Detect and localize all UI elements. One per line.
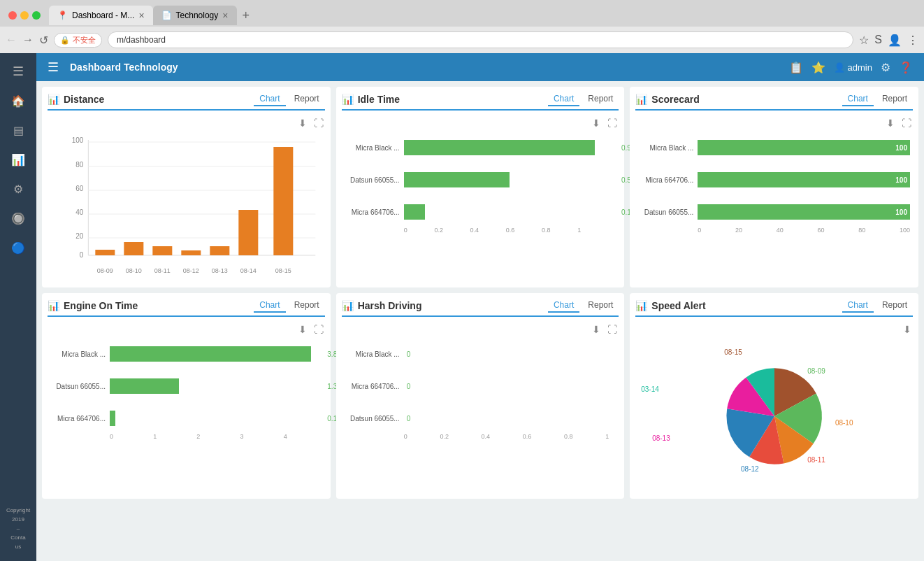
engine-bar-3 [110, 411, 115, 426]
reload-button[interactable]: ↺ [39, 34, 48, 47]
security-badge: 🔒 不安全 [54, 33, 102, 48]
sidebar-icon-circle2[interactable]: 🔵 [6, 235, 31, 260]
forward-button[interactable]: → [22, 34, 34, 46]
scorecard-tab-chart[interactable]: Chart [842, 92, 874, 106]
svg-text:08-12: 08-12 [183, 267, 199, 274]
engine-chart-actions: Chart Report [254, 299, 324, 313]
scorecard-label-2: Micra 664706... [638, 176, 698, 184]
sidebar-icon-menu[interactable]: ☰ [6, 59, 31, 84]
minimize-window-btn[interactable] [20, 11, 29, 20]
harsh-tab-report[interactable]: Report [582, 299, 619, 313]
header-help-icon[interactable]: ❓ [899, 61, 913, 74]
app-header: ☰ Dashboard Technology 📋 ⭐ 👤 admin ⚙ ❓ [36, 53, 924, 81]
scorecard-bar-1 [698, 140, 910, 155]
header-copy-icon[interactable]: 📋 [789, 61, 803, 74]
browser-tabs: 📍 Dashboard - M... × 📄 Technology × + [0, 0, 924, 27]
scorecard-bars: Micra Black ... 100 Micra 664706... [635, 133, 913, 234]
engine-tab-chart[interactable]: Chart [254, 299, 285, 313]
harsh-download-icon[interactable]: ⬇ [591, 322, 602, 336]
speed-chart-body: ⬇ [635, 322, 913, 493]
harsh-tab-chart[interactable]: Chart [548, 299, 579, 313]
header-settings-icon[interactable]: ⚙ [881, 61, 890, 74]
hamburger-icon[interactable]: ☰ [48, 59, 59, 75]
browser-toolbar: ☆ S 👤 ⋮ [859, 34, 918, 47]
browser-address-bar: ← → ↺ 🔒 不安全 m/dashboard ☆ S 👤 ⋮ [0, 27, 924, 53]
new-tab-button[interactable]: + [243, 8, 250, 23]
harsh-bars: Micra Black ... 0 Micra 664706... [342, 339, 619, 440]
sidebar-icon-circle1[interactable]: 🔘 [6, 206, 31, 231]
sidebar: ☰ 🏠 ▤ 📊 ⚙ 🔘 🔵 Copyright 2019 – Conta us [0, 53, 36, 561]
bar-0814 [238, 210, 258, 255]
speed-chart-title: Speed Alert [651, 300, 705, 311]
tab-close-technology[interactable]: × [222, 10, 228, 21]
harsh-driving-chart-header: 📊 Harsh Driving Chart Report [342, 299, 619, 317]
distance-expand-icon[interactable]: ⛶ [312, 116, 325, 130]
menu-icon[interactable]: ⋮ [907, 34, 918, 47]
bar-0812 [181, 250, 201, 255]
tab-technology[interactable]: 📄 Technology × [153, 6, 237, 25]
tab-dashboard[interactable]: 📍 Dashboard - M... × [49, 6, 153, 25]
close-window-btn[interactable] [8, 11, 17, 20]
maximize-window-btn[interactable] [32, 11, 41, 20]
scorecard-row-2: Micra 664706... 100 [638, 172, 910, 187]
idle-download-icon[interactable]: ⬇ [591, 116, 602, 130]
svg-text:100: 100 [72, 136, 84, 144]
engine-chart-icon: 📊 [48, 300, 59, 311]
svg-text:60: 60 [75, 185, 84, 192]
bookmark-star-icon[interactable]: ☆ [859, 34, 869, 47]
scorecard-x-axis: 020406080100 [638, 227, 910, 234]
distance-tab-report[interactable]: Report [289, 92, 325, 106]
user-icon: 👤 [834, 62, 845, 73]
tab-close-dashboard[interactable]: × [138, 10, 144, 21]
bar-0815 [273, 147, 293, 255]
profile-icon[interactable]: 👤 [888, 34, 902, 47]
distance-chart-header: 📊 Distance Chart Report [48, 92, 325, 111]
speed-download-icon[interactable]: ⬇ [902, 322, 913, 336]
sidebar-icon-chart[interactable]: 📊 [6, 147, 31, 172]
idle-bar-2 [404, 172, 510, 187]
distance-tab-chart[interactable]: Chart [254, 92, 285, 106]
idle-time-chart-actions: Chart Report [548, 92, 619, 106]
distance-chart-icon: 📊 [48, 94, 59, 105]
harsh-value-3: 0 [407, 415, 411, 422]
distance-chart-actions: Chart Report [254, 92, 324, 106]
sidebar-icon-table[interactable]: ▤ [6, 118, 31, 143]
scorecard-tab-report[interactable]: Report [876, 92, 913, 106]
distance-download-icon[interactable]: ⬇ [297, 116, 308, 130]
harsh-chart-body: ⬇ ⛶ Micra Black ... 0 [342, 322, 619, 440]
idle-label-1: Micra Black ... [345, 144, 404, 152]
idle-expand-icon[interactable]: ⛶ [606, 116, 619, 130]
security-text: 不安全 [73, 35, 96, 45]
scorecard-expand-icon[interactable]: ⛶ [900, 116, 913, 130]
header-star-icon[interactable]: ⭐ [811, 61, 825, 74]
engine-label-3: Micra 664706... [50, 415, 110, 422]
speed-tab-report[interactable]: Report [876, 299, 913, 313]
back-button[interactable]: ← [6, 34, 17, 46]
engine-download-icon[interactable]: ⬇ [297, 322, 308, 336]
scorecard-download-icon[interactable]: ⬇ [885, 116, 896, 130]
speed-tab-chart[interactable]: Chart [842, 299, 874, 313]
engine-expand-icon[interactable]: ⛶ [312, 322, 325, 336]
harsh-expand-icon[interactable]: ⛶ [606, 322, 619, 336]
idle-tab-chart[interactable]: Chart [548, 92, 579, 106]
url-input[interactable]: m/dashboard [108, 31, 853, 48]
idle-time-chart-body: ⬇ ⛶ Micra Black ... 0.9 Hour [342, 116, 619, 234]
harsh-value-2: 0 [407, 383, 411, 390]
distance-chart-title: Distance [64, 94, 104, 105]
idle-tab-report[interactable]: Report [582, 92, 619, 106]
scorecard-label-1: Micra Black ... [638, 144, 698, 152]
header-user[interactable]: 👤 admin [834, 62, 872, 73]
idle-label-3: Micra 664706... [345, 208, 404, 216]
harsh-chart-icon: 📊 [342, 300, 354, 311]
dashboard-content: 📊 Distance Chart Report ⬇ ⛶ [36, 81, 924, 561]
sidebar-icon-settings[interactable]: ⚙ [6, 176, 31, 201]
scorecard-row-1: Micra Black ... 100 [638, 140, 910, 155]
harsh-label-2: Micra 664706... [345, 383, 404, 390]
speed-pie-container: 08-09 08-10 08-11 08-12 08-13 03-14 08-1… [635, 339, 913, 493]
sync-icon[interactable]: S [874, 34, 882, 46]
pie-label-0813: 08-13 [652, 434, 670, 442]
sidebar-icon-home[interactable]: 🏠 [6, 88, 31, 113]
bar-0809 [95, 250, 115, 255]
engine-tab-report[interactable]: Report [289, 299, 325, 313]
harsh-row-3: Datsun 66055... 0 [345, 411, 616, 426]
